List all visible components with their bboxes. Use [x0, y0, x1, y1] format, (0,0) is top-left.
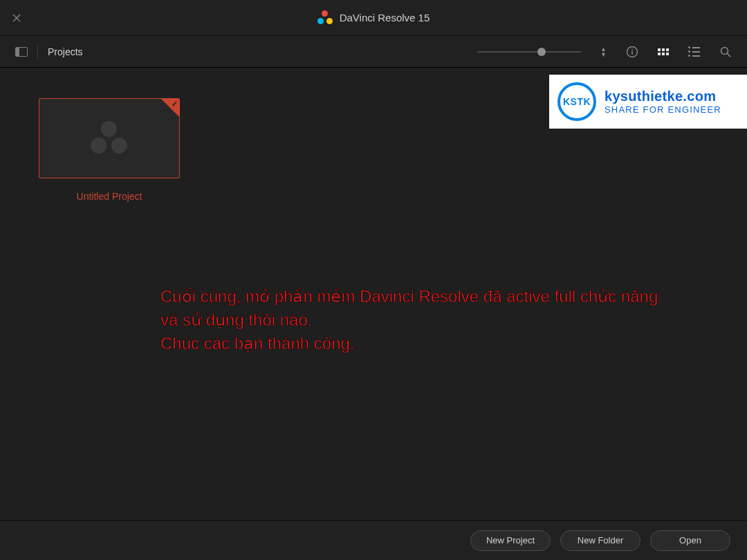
close-button[interactable]: [12, 0, 21, 36]
new-folder-button[interactable]: New Folder: [560, 530, 640, 551]
sort-button[interactable]: ▲▼: [600, 47, 607, 57]
info-button[interactable]: [626, 46, 638, 58]
sidebar-toggle-button[interactable]: [15, 47, 28, 57]
grid-icon: [658, 48, 669, 55]
info-icon: [626, 46, 638, 58]
svg-rect-4: [631, 50, 633, 54]
app-title: DaVinci Resolve 15: [340, 12, 430, 24]
overlay-line3: Chúc các bạn thành công.: [160, 332, 658, 355]
overlay-line1: Cuối cùng, mở phần mềm Davinci Resolve đ…: [160, 285, 658, 308]
project-thumbnail[interactable]: [39, 98, 180, 178]
watermark-line1: kysuthietke.com: [605, 88, 721, 104]
breadcrumb[interactable]: Projects: [48, 46, 83, 57]
project-browser: Untitled Project KSTK kysuthietke.com SH…: [0, 68, 747, 520]
svg-line-6: [728, 53, 731, 57]
divider: [37, 45, 38, 59]
titlebar: DaVinci Resolve 15: [0, 0, 747, 36]
grid-view-button[interactable]: [658, 48, 669, 55]
davinci-logo-icon: [317, 10, 333, 26]
open-button[interactable]: Open: [650, 530, 730, 551]
list-view-button[interactable]: [688, 46, 700, 57]
svg-point-3: [631, 48, 633, 50]
watermark-logo: KSTK: [557, 82, 596, 121]
selected-checkmark-icon: [161, 99, 179, 117]
watermark-card: KSTK kysuthietke.com SHARE FOR ENGINEER: [549, 75, 747, 129]
new-project-button[interactable]: New Project: [470, 530, 551, 551]
davinci-placeholder-icon: [91, 121, 128, 156]
sort-icon: ▲▼: [600, 47, 607, 57]
search-icon: [719, 46, 732, 58]
overlay-annotation: Cuối cùng, mở phần mềm Davinci Resolve đ…: [160, 285, 658, 355]
search-button[interactable]: [719, 46, 732, 58]
thumbnail-zoom-slider[interactable]: [477, 51, 581, 53]
overlay-line2: và sử dụng thôi nào.: [160, 308, 658, 332]
project-name[interactable]: Untitled Project: [39, 191, 180, 202]
svg-point-5: [721, 47, 728, 54]
app-title-group: DaVinci Resolve 15: [317, 10, 430, 26]
toolbar: Projects ▲▼: [0, 36, 747, 68]
watermark-line2: SHARE FOR ENGINEER: [605, 104, 721, 115]
footer: New Project New Folder Open: [0, 520, 747, 560]
close-icon: [12, 14, 21, 22]
list-icon: [688, 46, 700, 57]
